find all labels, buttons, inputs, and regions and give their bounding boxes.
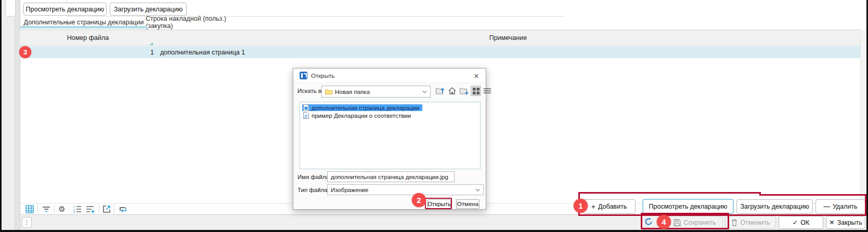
column-label: Примечание <box>489 34 527 42</box>
folder-icon <box>325 89 332 94</box>
dialog-title: Открыть <box>311 73 334 79</box>
look-in-label: Искать в: <box>297 88 323 94</box>
more-actions-button[interactable]: ⋮ <box>22 217 32 228</box>
table-header: Номер файла Примечание <box>20 30 866 46</box>
file-name: дополнительная страница декларации <box>312 105 419 111</box>
cell-note: дополнительная страница 1 <box>160 49 245 56</box>
file-name: пример Декларации о соответствии <box>312 113 411 119</box>
file-name-value: дополнительная страница декларации.jpg <box>331 174 448 180</box>
close-button[interactable]: ✕ Закрыть <box>826 216 865 229</box>
cancel-label: Отменить <box>740 219 770 226</box>
file-list-item[interactable]: пример Декларации о соответствии <box>302 112 414 119</box>
badge-number: 3 <box>23 48 27 56</box>
dialog-title-bar: Открыть ✕ <box>293 69 486 83</box>
tab-invoice-line[interactable]: Строка накладной (польз.) (закупка) <box>146 17 248 28</box>
file-list-item[interactable]: дополнительная страница декларации <box>302 104 422 111</box>
file-list[interactable]: дополнительная страница декларации приме… <box>300 102 481 169</box>
badge-number: 1 <box>578 201 582 210</box>
view-label: Просмотреть декларацию <box>649 203 728 210</box>
tab-label: Дополнительные страницы декларации <box>24 19 144 26</box>
open-external-icon[interactable] <box>102 204 111 213</box>
check-icon: ✓ <box>793 219 798 226</box>
file-type-value: Изображение <box>331 187 368 193</box>
file-name-input[interactable]: дополнительная страница декларации.jpg <box>327 171 455 182</box>
load-label: Загрузить декларацию <box>740 203 809 210</box>
gear-icon[interactable]: ⚙ <box>57 204 67 213</box>
left-scroll-thumb[interactable] <box>5 0 16 17</box>
cross-glyph: ✕ <box>474 72 480 80</box>
annotation-badge-3: 3 <box>19 46 31 58</box>
file-type-label: Тип файла: <box>297 187 329 193</box>
active-tab-underline <box>20 26 147 29</box>
badge-number: 4 <box>662 217 666 226</box>
cross-icon: ✕ <box>829 219 834 226</box>
load-declaration-label: Загрузить декларацию <box>114 6 183 13</box>
add-list-row-icon[interactable] <box>85 204 95 213</box>
toolbar-divider <box>114 204 114 213</box>
new-folder-icon[interactable] <box>459 86 469 96</box>
numbered-list-icon[interactable]: 123 <box>73 204 82 213</box>
home-icon[interactable] <box>447 86 457 96</box>
ok-button[interactable]: ✓ ОК <box>779 216 823 229</box>
filter-icon[interactable] <box>42 204 51 213</box>
annotation-badge-2: 2 <box>412 193 426 207</box>
dialog-close-icon[interactable]: ✕ <box>472 72 481 80</box>
document-file-icon <box>303 112 309 119</box>
parent-folder-icon[interactable] <box>435 86 445 96</box>
chevron-down-icon <box>422 90 427 93</box>
cancel-label: Отмена <box>457 201 478 207</box>
dialog-cancel-button[interactable]: Отмена <box>456 199 480 209</box>
look-in-dropdown[interactable]: Новая папка <box>321 86 431 98</box>
trash-icon <box>731 219 737 226</box>
plus-icon: + <box>591 202 595 211</box>
svg-text:3: 3 <box>73 211 75 213</box>
load-declaration-button[interactable]: Загрузить декларацию <box>736 199 813 214</box>
add-button[interactable]: + Добавить <box>582 199 636 214</box>
toolbar-divider <box>54 204 55 213</box>
table-vertical-scrollbar[interactable] <box>860 30 866 214</box>
annotation-badge-4: 4 <box>657 215 671 229</box>
groupbox-edge <box>67 16 564 17</box>
cancel-button[interactable]: Отменить <box>726 216 776 229</box>
grid-view-icon[interactable] <box>471 86 481 96</box>
view-declaration-label: Просмотреть декларацию <box>26 6 105 13</box>
close-label: Закрыть <box>837 219 862 226</box>
file-type-dropdown[interactable]: Изображение <box>327 184 484 195</box>
column-header-file-number[interactable]: Номер файла <box>20 30 156 45</box>
annotation-rect-save <box>641 213 729 229</box>
annotation-rect-open <box>425 198 452 209</box>
app-logo-icon <box>300 72 307 79</box>
load-declaration-button-top[interactable]: Загрузить декларацию <box>110 3 187 16</box>
minus-icon: — <box>823 203 830 210</box>
open-file-dialog: Открыть ✕ Искать в: Новая папка дополнит… <box>293 68 486 210</box>
sort-indicator-icon <box>150 42 153 45</box>
list-view-icon[interactable] <box>482 86 493 96</box>
cell-file-number: 1 <box>20 49 154 56</box>
add-label: Добавить <box>598 203 627 210</box>
toolbar-divider <box>99 204 99 213</box>
column-label: Номер файла <box>67 34 109 42</box>
look-in-value: Новая папка <box>335 89 370 95</box>
table-grid-icon[interactable] <box>25 204 34 213</box>
tab-label: Строка накладной (польз.) (закупка) <box>146 15 248 30</box>
left-scroll-track[interactable] <box>15 0 20 230</box>
delete-button[interactable]: — Удалить <box>815 199 865 214</box>
table-row[interactable]: 1 дополнительная страница 1 <box>20 46 865 58</box>
view-declaration-button-top[interactable]: Просмотреть декларацию <box>23 3 107 16</box>
column-header-note[interactable]: Примечание <box>156 30 860 45</box>
chevron-down-icon <box>475 188 480 192</box>
image-file-icon <box>303 104 309 111</box>
delete-label: Удалить <box>833 203 858 210</box>
toolbar-divider <box>37 204 38 213</box>
annotation-badge-1: 1 <box>574 199 588 213</box>
view-declaration-button[interactable]: Просмотреть декларацию <box>642 199 734 214</box>
refresh-loop-icon[interactable] <box>118 204 127 213</box>
badge-number: 2 <box>417 196 421 204</box>
ellipsis-icon: ⋮ <box>24 219 30 226</box>
ok-label: ОК <box>800 219 809 226</box>
file-name-label: Имя файла: <box>297 174 331 180</box>
